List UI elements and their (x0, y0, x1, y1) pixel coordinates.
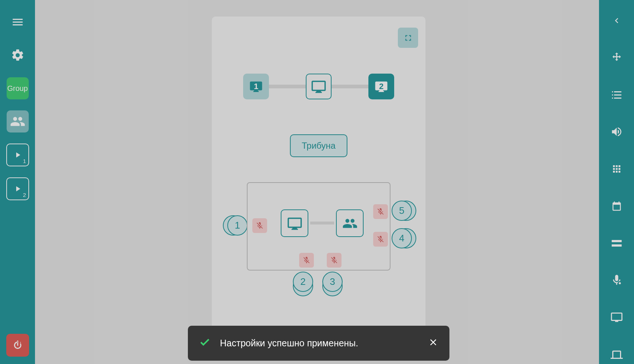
gear-icon (11, 48, 25, 62)
toast-close-button[interactable] (428, 337, 438, 350)
mic-mute-2[interactable] (299, 253, 314, 268)
mic-settings-button[interactable] (606, 271, 628, 290)
settings-button[interactable] (7, 44, 29, 66)
room-layout-panel: 1 2 Трибуна 1 (212, 17, 425, 348)
people-icon (342, 216, 358, 231)
mic-mute-4[interactable] (373, 232, 388, 247)
play-1-button[interactable]: 1 (6, 144, 29, 166)
power-button[interactable] (6, 334, 29, 357)
monitor-1-node[interactable]: 1 (243, 74, 269, 99)
close-icon (428, 337, 438, 347)
mic-mute-5[interactable] (373, 204, 388, 219)
volume-button[interactable] (606, 122, 628, 142)
expand-button[interactable] (398, 28, 418, 48)
seat-2[interactable]: 2 (293, 272, 313, 292)
right-sidebar: 12 (599, 0, 634, 364)
menu-button[interactable] (7, 11, 29, 33)
grid-icon (611, 163, 622, 174)
list-icon (610, 89, 623, 101)
monitor-center-node[interactable] (306, 74, 332, 99)
seat-5[interactable]: 5 (392, 201, 412, 221)
mic-mute-3[interactable] (327, 253, 341, 268)
monitor-2-node[interactable]: 2 (368, 74, 394, 99)
seat-2-label: 2 (300, 276, 305, 287)
mic-off-icon (302, 256, 311, 264)
move-icon (610, 52, 623, 64)
devices-icon (610, 237, 623, 250)
group-button[interactable]: Group (7, 77, 29, 99)
check-icon (199, 336, 211, 350)
seat-1[interactable]: 1 (227, 215, 248, 236)
hamburger-icon (11, 15, 24, 29)
seat-3-label: 3 (330, 276, 335, 287)
top-monitor-row: 1 2 (212, 74, 425, 99)
mic-gear-icon (610, 274, 623, 286)
move-tool-button[interactable] (606, 48, 628, 68)
table-connector (310, 222, 334, 225)
laptop-icon (610, 348, 623, 361)
play-2-badge: 2 (23, 192, 26, 198)
tribune-label: Трибуна (302, 141, 336, 151)
monitor-icon (311, 79, 326, 94)
audience-button[interactable] (7, 110, 29, 132)
table-monitor[interactable] (281, 209, 308, 237)
monitor-icon (287, 216, 302, 231)
play-2-button[interactable]: 2 (6, 177, 29, 200)
seat-3[interactable]: 3 (322, 272, 343, 292)
mic-off-icon (376, 235, 385, 243)
monitor-2-label: 2 (379, 82, 383, 91)
calendar-button[interactable]: 12 (606, 197, 628, 216)
volume-icon (610, 126, 623, 138)
list-button[interactable] (606, 85, 628, 105)
connector (269, 85, 306, 88)
mic-off-icon (330, 256, 338, 264)
group-label: Group (7, 84, 28, 93)
success-toast: Настройки успешно применены. (188, 326, 449, 361)
play-icon (13, 151, 22, 159)
mic-off-icon (376, 208, 385, 216)
expand-icon (403, 33, 413, 43)
toast-message: Настройки успешно применены. (220, 338, 358, 349)
svg-text:12: 12 (615, 206, 620, 210)
monitor-1-label: 1 (254, 82, 258, 91)
conference-table (247, 182, 390, 271)
connector (332, 85, 368, 88)
seat-4[interactable]: 4 (392, 228, 412, 248)
calendar-icon: 12 (611, 201, 622, 212)
tribune-button[interactable]: Трибуна (290, 134, 347, 157)
grid-button[interactable] (606, 159, 628, 179)
play-1-badge: 1 (23, 158, 26, 164)
table-group[interactable] (336, 209, 364, 237)
audience-icon (10, 114, 25, 129)
devices-button[interactable] (606, 233, 628, 253)
seat-5-label: 5 (399, 205, 404, 216)
screen-icon (610, 311, 623, 324)
seat-1-label: 1 (235, 220, 240, 231)
collapse-button[interactable] (606, 11, 628, 31)
play-icon (13, 184, 22, 193)
seat-4-label: 4 (399, 233, 404, 244)
left-sidebar: Group 1 2 (0, 0, 35, 364)
screen-button[interactable] (606, 308, 628, 327)
laptop-button[interactable] (606, 344, 628, 364)
chevron-left-icon (612, 15, 622, 26)
power-icon (11, 339, 24, 351)
